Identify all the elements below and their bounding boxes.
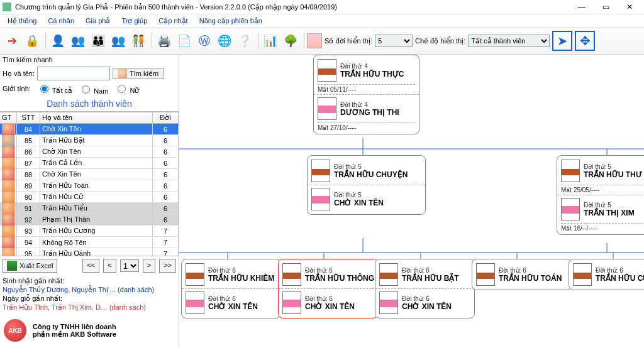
portrait-female-icon	[318, 97, 336, 120]
menu-help[interactable]: Trợ giúp	[116, 16, 152, 26]
table-row[interactable]: 88Chờ Xin Tên6	[0, 169, 179, 180]
help-icon[interactable]: ❔	[235, 31, 254, 50]
member-list-header: Danh sách thành viên	[0, 96, 179, 112]
menu-personal[interactable]: Cá nhân	[43, 16, 79, 26]
tree-node-g5a[interactable]: Đời thứ: 5TRẦN HỮU CHUYỆN Đời thứ: 5CHỜ …	[307, 155, 426, 215]
current-person-avatar[interactable]	[307, 33, 322, 48]
user-icon[interactable]: 👤	[48, 31, 67, 50]
lock-icon[interactable]: 🔒	[23, 31, 42, 50]
display-mode-select[interactable]: Tất cả thành viên	[468, 35, 550, 47]
export-excel-button[interactable]: Xuất Excel	[3, 259, 57, 273]
portrait-male-icon	[311, 160, 330, 182]
table-row[interactable]: 89Trần Hữu Toán6	[0, 180, 179, 192]
users-icon[interactable]: 👥	[69, 31, 87, 50]
table-row[interactable]: 93Trần Hữu Cương7	[0, 226, 179, 237]
last-page-button[interactable]: >>	[159, 259, 176, 273]
tree-node-g4[interactable]: Đời thứ: 4TRẦN HỮU THỰC Mất 05/11/---- Đ…	[313, 55, 419, 134]
pointer-tool[interactable]: ➤	[552, 31, 572, 51]
web-icon[interactable]: 🌐	[215, 31, 234, 50]
menu-upgrade[interactable]: Nâng cấp phiên bản	[194, 16, 267, 26]
gender-icon	[2, 248, 15, 257]
arrow-right-icon[interactable]: ➔	[3, 31, 21, 50]
nearest-deathday-names[interactable]: Trần Hữu Tĩnh, Trần Thị Xim, D… (danh sá…	[3, 303, 146, 311]
tree-node-g6-3[interactable]: Đời thứ: 6TRẦN HỮU BẶT Đời thứ: 6CHỜ XIN…	[375, 259, 475, 318]
maximize-button[interactable]: ▭	[594, 0, 618, 14]
menu-bar: Hệ thống Cá nhân Gia phả Trợ giúp Cập nh…	[0, 14, 644, 28]
search-icon	[118, 69, 127, 78]
first-page-button[interactable]: <<	[82, 259, 99, 273]
portrait-female-icon	[282, 291, 301, 314]
name-input[interactable]	[37, 67, 110, 80]
table-row[interactable]: 84Chờ Xin Tên6	[0, 124, 179, 135]
portrait-male-icon	[282, 263, 301, 286]
company-logo: AKB	[4, 319, 26, 342]
gender-all[interactable]: Tất cả	[37, 83, 72, 95]
portrait-female-icon	[379, 291, 398, 314]
app-icon	[3, 3, 11, 11]
title-bar: Chương trình quản lý Gia Phả - Phiên bản…	[0, 0, 644, 14]
table-row[interactable]: 94Không Rõ Tên7	[0, 237, 179, 248]
quick-search-title: Tìm kiếm nhanh	[0, 55, 179, 65]
gen-count-select[interactable]: 5	[375, 35, 413, 47]
next-page-button[interactable]: >	[143, 259, 155, 273]
table-row[interactable]: 90Trần Hữu Cử6	[0, 192, 179, 203]
tree-node-g6-1[interactable]: Đời thứ: 6TRẦN HỮU KHIÊM Đời thứ: 6CHỜ X…	[181, 259, 281, 318]
portrait-male-icon	[186, 263, 204, 286]
sidebar: Tìm kiếm nhanh Họ và tên: Tìm kiếm Giới …	[0, 55, 179, 348]
gender-label: Giới tính:	[3, 85, 31, 93]
menu-system[interactable]: Hệ thống	[3, 16, 42, 26]
tree-node-g5b[interactable]: Đời thứ: 5TRẦN HỮU THƯ Mất 25/05/---- Đờ…	[557, 155, 644, 235]
table-row[interactable]: 86Chờ Xin Tên6	[0, 146, 179, 158]
chart-icon[interactable]: 📊	[261, 31, 280, 50]
portrait-male-icon	[476, 263, 495, 286]
window-title: Chương trình quản lý Gia Phả - Phiên bản…	[15, 3, 570, 11]
portrait-male-icon	[573, 263, 592, 286]
portrait-female-icon	[561, 198, 580, 220]
prev-page-button[interactable]: <	[103, 259, 116, 273]
member-table-body[interactable]: 84Chờ Xin Tên685Trần Hữu Bặt686Chờ Xin T…	[0, 124, 179, 256]
menu-genealogy[interactable]: Gia phả	[80, 16, 115, 26]
minimize-button[interactable]: —	[570, 0, 594, 14]
gen-count-label: Số đời hiển thị:	[325, 37, 372, 45]
pager: Xuất Excel << < 1 > >>	[0, 256, 179, 275]
nearest-birthday-label: Sinh nhật gần nhất:	[3, 276, 176, 285]
display-mode-label: Chế độ hiển thị:	[415, 37, 465, 45]
toolbar: ➔ 🔒 👤 👥 👪 👥 🧑‍🤝‍🧑 🖨️ 📄 Ⓦ 🌐 ❔ 📊 🌳 Số đời …	[0, 28, 644, 55]
gender-male[interactable]: Nam	[79, 84, 108, 95]
company-footer: AKB Công ty TNHH liên doanhphần mềm AKB …	[0, 313, 179, 348]
search-button[interactable]: Tìm kiếm	[113, 68, 164, 79]
nearest-birthday-names[interactable]: Nguyễn Thủy Dương, Nguyễn Thị ... (danh …	[3, 286, 154, 293]
menu-update[interactable]: Cập nhật	[153, 16, 192, 26]
close-button[interactable]: ✕	[618, 0, 641, 14]
table-row[interactable]: 85Trần Hữu Bặt6	[0, 135, 179, 146]
tree-canvas[interactable]: Đời thứ: 4TRẦN HỮU THỰC Mất 05/11/---- Đ…	[179, 55, 644, 348]
nearest-deathday-label: Ngày giỗ gần nhất:	[3, 294, 176, 303]
search-button-label: Tìm kiếm	[130, 70, 158, 78]
group-icon[interactable]: 👥	[109, 31, 128, 50]
word-icon[interactable]: Ⓦ	[195, 31, 214, 50]
settings-icon[interactable]: 🧑‍🤝‍🧑	[129, 31, 148, 50]
family-icon[interactable]: 👪	[89, 31, 108, 50]
portrait-male-icon	[379, 263, 398, 286]
tree-node-g6-4[interactable]: Đời thứ: 6TRẦN HỮU TOÁN	[472, 259, 572, 290]
table-row[interactable]: 87Trần Cả Lớn6	[0, 158, 179, 169]
move-tool[interactable]: ✥	[575, 31, 595, 51]
preview-icon[interactable]: 📄	[175, 31, 194, 50]
portrait-male-icon	[561, 160, 580, 182]
table-row[interactable]: 95Trần Hữu Oánh7	[0, 248, 179, 256]
tree-node-g6-2[interactable]: Đời thứ: 6TRẦN HỮU THÔNG Đời thứ: 6CHỜ X…	[278, 259, 378, 318]
tree-node-g6-5[interactable]: Đời thứ: 6TRẦN HỮU CỬ	[569, 259, 644, 290]
table-row[interactable]: 91Trần Hữu Tiểu6	[0, 203, 179, 214]
table-row[interactable]: 92Phạm Thị Thân6	[0, 214, 179, 226]
excel-icon	[7, 261, 17, 271]
portrait-female-icon	[311, 188, 330, 210]
print-icon[interactable]: 🖨️	[155, 31, 174, 50]
tree-icon[interactable]: 🌳	[281, 31, 300, 50]
portrait-female-icon	[186, 291, 204, 314]
portrait-male-icon	[318, 59, 336, 82]
page-select[interactable]: 1	[120, 259, 139, 272]
name-label: Họ và tên:	[3, 70, 35, 78]
gender-female[interactable]: Nữ	[114, 83, 139, 95]
table-header: GT STT Họ và tên Đời	[0, 112, 179, 124]
